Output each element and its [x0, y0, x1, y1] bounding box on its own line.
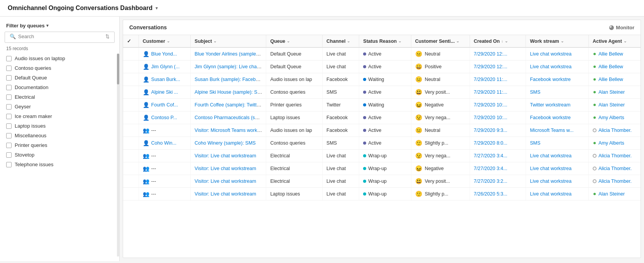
- agent-cell[interactable]: Alan Steiner: [588, 86, 641, 99]
- customer-link[interactable]: 👤Jim Glynn (...: [143, 64, 186, 70]
- table-row[interactable]: 👤Blue Yond... Blue Yonder Airlines (samp…: [123, 47, 641, 61]
- subject-link[interactable]: Coho Winery (sample): SMS: [194, 140, 255, 146]
- agent-link[interactable]: Amy Alberts: [598, 115, 624, 120]
- title-chevron-icon[interactable]: ▾: [156, 5, 158, 11]
- col-header-created[interactable]: Created On↓⌄: [470, 35, 526, 47]
- workstream-link[interactable]: Live chat workstrea: [530, 179, 571, 184]
- sidebar-queue-item[interactable]: Ice cream maker: [3, 111, 116, 121]
- agent-cell[interactable]: Alicia Thomber.: [588, 162, 641, 175]
- customer-cell[interactable]: 👤Fourth Cof...: [139, 99, 190, 111]
- subject-cell[interactable]: Susan Burk (sample): Facebook wor: [191, 73, 266, 86]
- sidebar-queue-item[interactable]: Miscellaneous: [3, 131, 116, 140]
- customer-cell[interactable]: 👤Alpine Ski ...: [139, 86, 190, 99]
- subject-cell[interactable]: Visitor: Live chat workstream: [191, 188, 266, 201]
- sidebar-queue-item[interactable]: Electrical: [3, 92, 116, 102]
- created-link[interactable]: 7/29/2020 11:...: [474, 77, 507, 82]
- customer-cell[interactable]: 👥---: [139, 175, 190, 188]
- created-cell[interactable]: 7/27/2020 3:4...: [470, 150, 526, 162]
- customer-cell[interactable]: 👥---: [139, 124, 190, 137]
- subject-cell[interactable]: Visitor: Microsoft Teams workstrea: [191, 124, 266, 137]
- agent-cell[interactable]: Alicia Thomber.: [588, 175, 641, 188]
- sidebar-queue-item[interactable]: Telephone issues: [3, 160, 116, 169]
- created-cell[interactable]: 7/26/2020 5:3...: [470, 188, 526, 201]
- subject-cell[interactable]: Jim Glynn (sample): Live chat works: [191, 61, 266, 73]
- table-row[interactable]: 👤Coho Win... Coho Winery (sample): SMS C…: [123, 137, 641, 150]
- customer-cell[interactable]: 👤Susan Burk...: [139, 73, 190, 86]
- agent-link[interactable]: Allie Bellew: [598, 51, 623, 57]
- queue-checkbox[interactable]: [6, 56, 12, 61]
- col-header-customer[interactable]: Customer⌄: [139, 35, 190, 47]
- table-row[interactable]: 👥--- Visitor: Microsoft Teams workstrea …: [123, 124, 641, 137]
- created-cell[interactable]: 7/29/2020 11:...: [470, 86, 526, 99]
- workstream-cell[interactable]: Facebook workstre: [526, 73, 588, 86]
- created-cell[interactable]: 7/29/2020 10:...: [470, 111, 526, 124]
- sidebar-queue-item[interactable]: Documentation: [3, 83, 116, 92]
- agent-link[interactable]: Alan Steiner: [598, 89, 625, 95]
- subject-cell[interactable]: Alpine Ski House (sample): SMS: [191, 86, 266, 99]
- workstream-link[interactable]: SMS: [530, 140, 540, 146]
- agent-cell[interactable]: Allie Bellew: [588, 73, 641, 86]
- created-link[interactable]: 7/29/2020 11:...: [474, 89, 507, 95]
- workstream-cell[interactable]: Live chat workstrea: [526, 175, 588, 188]
- agent-cell[interactable]: Alan Steiner: [588, 188, 641, 201]
- agent-link[interactable]: Alan Steiner: [598, 102, 625, 108]
- subject-link[interactable]: Susan Burk (sample): Facebook wor: [194, 77, 266, 82]
- agent-cell[interactable]: Alicia Thomber.: [588, 124, 641, 137]
- agent-link[interactable]: Alicia Thomber.: [598, 153, 632, 158]
- workstream-cell[interactable]: Live chat workstrea: [526, 47, 588, 61]
- sidebar-queue-item[interactable]: Default Queue: [3, 73, 116, 83]
- queue-checkbox[interactable]: [6, 94, 12, 100]
- created-cell[interactable]: 7/27/2020 3:2...: [470, 175, 526, 188]
- created-cell[interactable]: 7/29/2020 11:...: [470, 73, 526, 86]
- table-row[interactable]: 👥--- Visitor: Live chat workstream Elect…: [123, 150, 641, 162]
- agent-link[interactable]: Alicia Thomber.: [598, 166, 632, 171]
- agent-cell[interactable]: Alicia Thomber.: [588, 150, 641, 162]
- subject-link[interactable]: Blue Yonder Airlines (sample): Live c: [194, 51, 266, 57]
- created-link[interactable]: 7/29/2020 12:...: [474, 51, 507, 57]
- workstream-cell[interactable]: Live chat workstrea: [526, 150, 588, 162]
- customer-cell[interactable]: 👥---: [139, 162, 190, 175]
- subject-link[interactable]: Visitor: Microsoft Teams workstrea: [194, 128, 266, 133]
- col-header-workstream[interactable]: Work stream⌄: [526, 35, 588, 47]
- workstream-link[interactable]: Live chat workstrea: [530, 64, 571, 69]
- customer-link[interactable]: 👤Contoso P...: [143, 115, 186, 121]
- sidebar-queue-item[interactable]: Geyser: [3, 102, 116, 111]
- agent-link[interactable]: Allie Bellew: [598, 77, 623, 82]
- agent-cell[interactable]: Allie Bellew: [588, 47, 641, 61]
- agent-link[interactable]: Alan Steiner: [598, 191, 625, 197]
- workstream-cell[interactable]: Twitter workstream: [526, 99, 588, 111]
- created-link[interactable]: 7/29/2020 9:3...: [474, 128, 507, 133]
- table-row[interactable]: 👤Jim Glynn (... Jim Glynn (sample): Live…: [123, 61, 641, 73]
- subject-cell[interactable]: Blue Yonder Airlines (sample): Live c: [191, 47, 266, 61]
- agent-link[interactable]: Alicia Thomber.: [598, 128, 632, 133]
- sidebar-queue-item[interactable]: Audio issues on laptop: [3, 54, 116, 63]
- table-row[interactable]: 👥--- Visitor: Live chat workstream Elect…: [123, 162, 641, 175]
- customer-cell[interactable]: 👥---: [139, 188, 190, 201]
- created-cell[interactable]: 7/29/2020 12:...: [470, 61, 526, 73]
- queue-checkbox[interactable]: [6, 152, 12, 158]
- workstream-link[interactable]: Live chat workstrea: [530, 153, 571, 158]
- subject-cell[interactable]: Coho Winery (sample): SMS: [191, 137, 266, 150]
- agent-link[interactable]: Alicia Thomber.: [598, 179, 632, 184]
- subject-cell[interactable]: Visitor: Live chat workstream: [191, 150, 266, 162]
- subject-cell[interactable]: Visitor: Live chat workstream: [191, 175, 266, 188]
- table-row[interactable]: 👤Susan Burk... Susan Burk (sample): Face…: [123, 73, 641, 86]
- workstream-link[interactable]: Live chat workstrea: [530, 51, 571, 57]
- created-cell[interactable]: 7/29/2020 10:...: [470, 99, 526, 111]
- sidebar-queue-item[interactable]: Contoso queries: [3, 63, 116, 73]
- agent-link[interactable]: Allie Bellew: [598, 64, 623, 69]
- col-header-check[interactable]: ✓: [123, 35, 139, 47]
- created-link[interactable]: 7/29/2020 10:...: [474, 115, 507, 120]
- created-cell[interactable]: 7/29/2020 12:...: [470, 47, 526, 61]
- created-link[interactable]: 7/29/2020 8:0...: [474, 140, 507, 146]
- customer-link[interactable]: 👤Fourth Cof...: [143, 102, 186, 108]
- subject-link[interactable]: Jim Glynn (sample): Live chat works: [194, 64, 266, 69]
- queue-checkbox[interactable]: [6, 114, 12, 119]
- workstream-link[interactable]: Facebook workstre: [530, 115, 571, 120]
- sort-icon[interactable]: ⇅: [105, 34, 110, 39]
- sidebar-queue-item[interactable]: Printer queries: [3, 140, 116, 150]
- workstream-cell[interactable]: SMS: [526, 137, 588, 150]
- workstream-link[interactable]: Live chat workstrea: [530, 191, 571, 197]
- queue-checkbox[interactable]: [6, 123, 12, 129]
- col-header-status[interactable]: Status Reason⌄: [359, 35, 411, 47]
